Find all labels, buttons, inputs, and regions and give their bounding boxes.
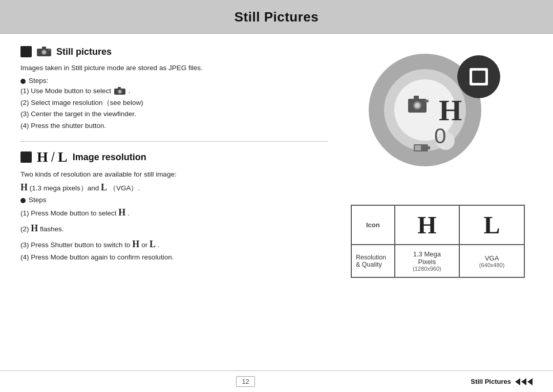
inline-l-label: L <box>101 182 107 192</box>
resolution-quality-table-wrapper: Icon H L Resolution& Quality 1.3 MegaPix… <box>351 205 525 278</box>
svg-rect-19 <box>414 96 419 99</box>
svg-text:0: 0 <box>434 124 446 148</box>
table-header-row: Icon H L <box>351 205 524 245</box>
svg-point-2 <box>42 51 46 54</box>
table-cell-l-sub: (640x480) <box>464 262 520 268</box>
table-cell-h-val: 1.3 MegaPixels (1280x960) <box>395 245 460 277</box>
res-step-4: (4) Press Mode button again to confirm r… <box>20 252 328 264</box>
steps-label: Steps: <box>29 77 48 84</box>
res-step2-h: H <box>31 223 38 233</box>
svg-point-18 <box>415 103 420 108</box>
hl-icon-group: H / L <box>37 149 68 165</box>
table-header-icon: Icon <box>351 205 395 245</box>
step-3: (3) Center the target in the viewfinder. <box>20 108 328 120</box>
res-step-3: (3) Press Shutter button to switch to H … <box>20 236 328 252</box>
steps-bullet: Steps: <box>20 77 328 84</box>
res-step1-h: H <box>118 207 125 217</box>
svg-rect-24 <box>428 146 430 149</box>
table-header-h: H <box>395 205 460 245</box>
image-resolution-heading-row: H / L Image resolution <box>20 149 328 165</box>
arrow-icon-1 <box>515 378 520 385</box>
main-content: Still pictures Images taken in Still pic… <box>0 34 553 351</box>
svg-rect-3 <box>42 47 46 49</box>
resolution-desc2-end: （VGA）. <box>109 184 140 192</box>
svg-rect-15 <box>472 71 485 83</box>
res-steps-label: Steps <box>29 196 47 204</box>
res-steps-numbered: (1) Press Mode button to select H . (2) … <box>20 205 328 264</box>
right-column: H 0 Icon H L <box>343 46 533 351</box>
section-divider <box>20 141 328 142</box>
square-icon <box>20 46 32 57</box>
image-resolution-heading: Image resolution <box>73 152 146 163</box>
footer-label: Still Pictures <box>471 378 511 385</box>
inline-h-label: H <box>20 182 28 192</box>
camera-dial: H 0 <box>366 46 509 189</box>
res-step-1: (1) Press Mode button to select H . <box>20 205 328 221</box>
svg-text:H: H <box>439 94 462 127</box>
table-cell-l-val: VGA (640x480) <box>459 245 524 277</box>
res-step3-h: H <box>132 239 139 249</box>
table-header-l: L <box>459 205 524 245</box>
resolution-quality-table: Icon H L Resolution& Quality 1.3 MegaPix… <box>351 205 525 278</box>
bullet-dot-icon-2 <box>20 198 26 203</box>
svg-rect-25 <box>415 145 421 150</box>
table-cell-label: Resolution& Quality <box>351 245 395 277</box>
page-header: Still Pictures <box>0 0 553 34</box>
bullet-dot-icon <box>20 79 26 84</box>
table-cell-h-sub: (1280x960) <box>399 266 455 272</box>
res-step-2: (2) H flashes. <box>20 221 328 236</box>
resolution-desc1: Two kinds of resolution are available fo… <box>20 170 328 178</box>
page-footer: 12 Still Pictures <box>0 371 553 392</box>
resolution-desc2: H (1.3 mega pixels）and L （VGA）. <box>20 182 328 193</box>
camera-dial-svg: H 0 <box>366 46 509 189</box>
left-column: Still pictures Images taken in Still pic… <box>20 46 343 351</box>
svg-rect-8 <box>118 87 121 89</box>
big-h-icon: H <box>37 149 48 165</box>
resolution-desc2-mid: (1.3 mega pixels）and <box>30 184 101 192</box>
arrow-icon-2 <box>521 378 526 385</box>
footer-page-number: 12 <box>236 376 254 387</box>
res-step3-l: L <box>150 239 156 249</box>
still-pictures-heading: Still pictures <box>56 47 112 57</box>
footer-arrows <box>515 378 533 385</box>
slash-icon: / <box>50 149 56 165</box>
arrow-icon-3 <box>527 378 533 385</box>
still-pictures-heading-row: Still pictures <box>20 46 328 57</box>
inline-camera-icon <box>114 87 125 96</box>
svg-rect-20 <box>424 100 429 102</box>
steps-numbered: (1) Use Mode button to select . (2) Sele… <box>20 85 328 133</box>
camera-icon <box>37 46 51 57</box>
svg-point-7 <box>118 90 121 93</box>
table-row-resolution: Resolution& Quality 1.3 MegaPixels (1280… <box>351 245 524 277</box>
big-l-icon: L <box>58 149 68 165</box>
svg-rect-4 <box>48 49 51 51</box>
step-1: (1) Use Mode button to select . <box>20 85 328 97</box>
still-pictures-body: Images taken in Still picture mode are s… <box>20 62 328 74</box>
footer-right: Still Pictures <box>471 378 533 385</box>
step-4: (4) Press the shutter button. <box>20 120 328 132</box>
square-icon-2 <box>20 151 32 163</box>
page-title: Still Pictures <box>235 9 319 25</box>
step-2: (2) Select image resolution（see below) <box>20 97 328 109</box>
res-steps-bullet: Steps <box>20 196 328 204</box>
